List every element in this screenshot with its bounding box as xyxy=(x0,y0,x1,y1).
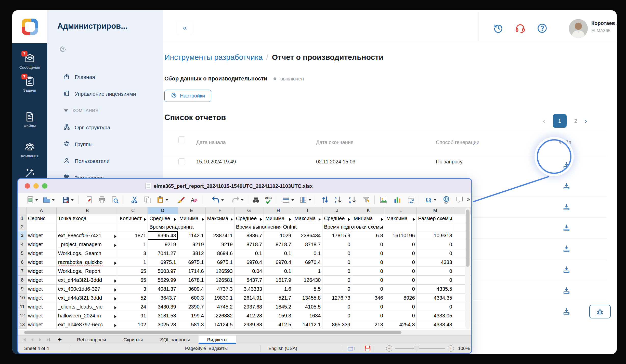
help-icon[interactable] xyxy=(537,23,547,34)
cell-F7[interactable]: 126593 xyxy=(205,267,234,276)
insert-column-icon[interactable] xyxy=(299,196,307,204)
cell-H10[interactable]: 521.7 xyxy=(264,293,293,302)
row-header-11[interactable]: 11 xyxy=(18,302,27,311)
cell-M6[interactable]: 4333 xyxy=(416,258,454,267)
row-checkbox[interactable] xyxy=(178,158,185,165)
column-header-K[interactable]: K xyxy=(352,207,385,214)
cell-J3[interactable]: 17815.9 xyxy=(322,231,352,240)
zoom-out-button[interactable]: − xyxy=(386,345,392,352)
cell-group-label-8[interactable] xyxy=(416,223,454,231)
cell-L5[interactable]: 0 xyxy=(385,249,416,258)
sidebar-item-Орг. структура[interactable]: Орг. структура xyxy=(47,119,163,136)
fullscreen-window-button[interactable] xyxy=(42,183,47,189)
column-header-A[interactable]: A xyxy=(26,207,56,214)
cell-H11[interactable]: 1845.2 xyxy=(264,302,293,311)
cell-D5[interactable]: 7041.27 xyxy=(148,249,178,258)
cell-A4[interactable]: widget xyxy=(26,240,56,249)
cell-K1[interactable]: Минима xyxy=(352,214,385,223)
cell-E6[interactable]: 6975.1 xyxy=(178,258,205,267)
cell-E5[interactable]: 3812 xyxy=(178,249,205,258)
bug-report-button[interactable] xyxy=(589,305,611,318)
paste-dropdown[interactable] xyxy=(166,199,168,201)
cell-G9[interactable]: 3.43333 xyxy=(234,285,264,293)
cell-I8[interactable]: 126430 xyxy=(293,276,322,285)
horizontal-scrollbar[interactable] xyxy=(18,330,471,335)
cell-A9[interactable]: widget xyxy=(26,285,56,293)
sort-ascending-icon[interactable]: az xyxy=(334,196,343,204)
cell-M8[interactable]: 0 xyxy=(416,276,454,285)
download-file-icon[interactable] xyxy=(562,286,571,295)
cell-G11[interactable]: 2937.68 xyxy=(234,302,264,311)
cell-H5[interactable]: 0.1 xyxy=(264,249,293,258)
column-header-C[interactable]: C xyxy=(118,207,148,214)
cell-H9[interactable]: 1.6 xyxy=(264,285,293,293)
cell-F1[interactable]: Максима xyxy=(205,214,234,223)
open-icon[interactable] xyxy=(43,196,51,204)
comment-icon[interactable] xyxy=(455,196,464,204)
cell-A10[interactable]: widget xyxy=(26,293,56,302)
cell-G3[interactable]: 8836.7 xyxy=(234,231,264,240)
cell-E11[interactable]: 2390.7 xyxy=(178,302,205,311)
cell-F4[interactable]: 9219 xyxy=(205,240,234,249)
row-header-7[interactable]: 7 xyxy=(18,267,27,276)
vertical-scrollbar[interactable] xyxy=(465,207,470,329)
row-header-3[interactable]: 3 xyxy=(18,231,27,240)
cell-J10[interactable]: 1276.73 xyxy=(322,293,352,302)
autofilter-icon[interactable] xyxy=(362,196,370,204)
add-sheet-button[interactable]: + xyxy=(54,335,68,344)
insert-image-icon[interactable] xyxy=(380,196,388,204)
cell-H3[interactable]: 1029 xyxy=(264,231,293,240)
page-prev-button[interactable]: ‹ xyxy=(543,117,545,125)
cell-L13[interactable]: 4254.3 xyxy=(385,320,416,329)
insert-row-dropdown[interactable] xyxy=(291,199,294,201)
cell-A5[interactable]: widget xyxy=(26,249,56,258)
cell-F9[interactable]: 4737.3 xyxy=(205,285,234,293)
cell-B9[interactable]: ext_400c1dd6-327 xyxy=(56,285,118,293)
cell-group-label-6[interactable]: Время подготовки схемы xyxy=(322,223,385,231)
toolbar-overflow-button[interactable]: » xyxy=(467,196,470,203)
rail-item-wizard[interactable] xyxy=(12,167,47,179)
download-file-icon[interactable] xyxy=(562,245,571,253)
cell-G10[interactable]: 2614.91 xyxy=(234,293,264,302)
cell-F10[interactable]: 19830.1 xyxy=(205,293,234,302)
paste-icon[interactable] xyxy=(156,196,164,204)
cell-B3[interactable]: ext_88eccf05-7421 xyxy=(56,231,118,240)
zoom-slider[interactable] xyxy=(395,348,445,349)
cell-G8[interactable]: 5437.7 xyxy=(234,276,264,285)
cell-B6[interactable]: razrabotka_quickbo xyxy=(56,258,118,267)
rail-item-Компания[interactable]: Компания xyxy=(12,142,47,158)
breadcrumb-parent[interactable]: Инструменты разработчика xyxy=(164,53,263,62)
spreadsheet-titlebar[interactable]: elma365_perf_report_20241015-1549UTC_202… xyxy=(18,179,471,193)
cell-I12[interactable]: 1634 xyxy=(293,311,322,320)
cell-D1[interactable]: Среднее xyxy=(148,214,178,223)
cell-M11[interactable]: 0 xyxy=(416,302,454,311)
page-style[interactable]: PageStyle_Виджеты xyxy=(185,346,228,351)
cell-M10[interactable]: 4334.35 xyxy=(416,293,454,302)
sidebar-collapse-button[interactable]: « xyxy=(177,21,193,35)
cell-M3[interactable]: 10.9313 xyxy=(416,231,454,240)
download-file-icon[interactable] xyxy=(562,161,571,170)
column-header-J[interactable]: J xyxy=(322,207,352,214)
cell-group-label-3[interactable]: Время рендеринга xyxy=(148,223,205,231)
cell-K4[interactable]: 0 xyxy=(352,240,385,249)
cell-C3[interactable]: 1871 xyxy=(118,231,148,240)
cell-C12[interactable]: 91 xyxy=(118,311,148,320)
download-file-icon[interactable] xyxy=(562,182,571,190)
cell-E4[interactable]: 9219 xyxy=(178,240,205,249)
cell-C4[interactable]: 1 xyxy=(118,240,148,249)
avatar[interactable] xyxy=(569,19,588,38)
cell-H8[interactable]: 1617.9 xyxy=(264,276,293,285)
cell-G5[interactable]: 0.1 xyxy=(234,249,264,258)
cell-G13[interactable]: 2939.88 xyxy=(234,320,264,329)
cell-M9[interactable]: 4335.5 xyxy=(416,285,454,293)
cell-G6[interactable]: 6970.4 xyxy=(234,258,264,267)
rail-item-Сообщения[interactable]: 7Сообщения xyxy=(12,53,47,69)
cell-I1[interactable]: Максима xyxy=(293,214,322,223)
cell-D8[interactable]: 5529.99 xyxy=(148,276,178,285)
cell-D13[interactable]: 3025.23 xyxy=(148,320,178,329)
cell-B1[interactable]: Точка входа xyxy=(56,214,118,223)
special-character-icon[interactable]: Ω xyxy=(424,196,433,204)
sidebar-item-Пользователи[interactable]: Пользователи xyxy=(47,153,163,170)
cell-C9[interactable]: 3 xyxy=(118,285,148,293)
row-header-8[interactable]: 8 xyxy=(18,276,27,285)
